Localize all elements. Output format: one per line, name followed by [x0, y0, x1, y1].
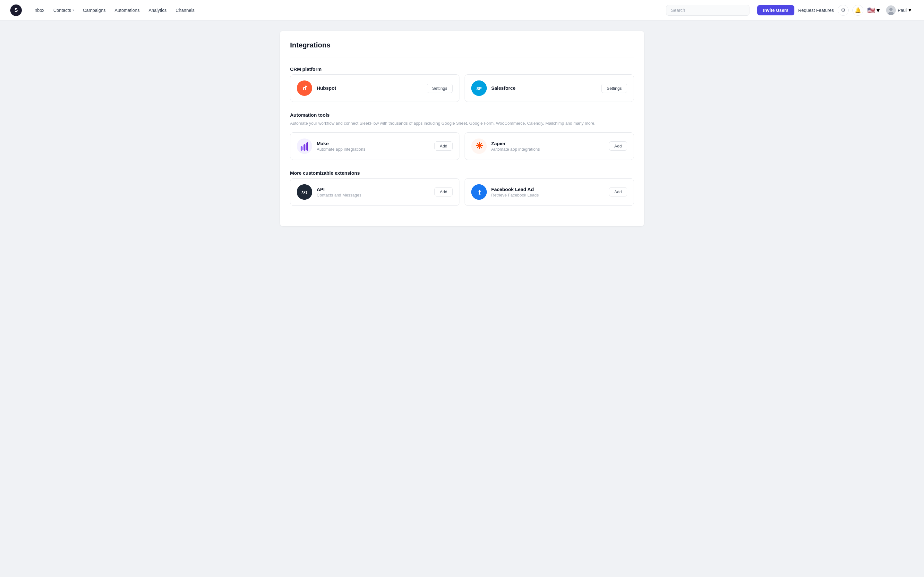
notifications-icon-button[interactable]: 🔔	[853, 5, 863, 16]
crm-integration-grid: Hubspot Settings SF	[290, 74, 634, 102]
avatar	[886, 5, 896, 15]
user-menu[interactable]: Paul ▾	[884, 4, 914, 16]
zapier-name: Zapier	[491, 141, 604, 146]
nav-links: Inbox Contacts ▾ Campaigns Automations A…	[29, 5, 658, 15]
zapier-logo: ✳	[471, 139, 487, 154]
api-add-button[interactable]: Add	[435, 187, 453, 197]
nav-analytics[interactable]: Analytics	[145, 5, 170, 15]
make-card: Make Automate app integrations Add	[290, 132, 459, 160]
api-action: Add	[435, 187, 453, 197]
chevron-down-icon: ▾	[909, 7, 911, 13]
settings-icon-button[interactable]: ⚙	[838, 5, 849, 16]
salesforce-icon: SF	[471, 81, 487, 96]
salesforce-action: Settings	[601, 84, 627, 93]
api-name: API	[317, 187, 430, 192]
nav-automations[interactable]: Automations	[111, 5, 144, 15]
salesforce-name: Salesforce	[491, 85, 597, 91]
hubspot-card: Hubspot Settings	[290, 74, 459, 102]
api-icon: API	[297, 184, 312, 200]
zapier-icon: ✳	[475, 142, 483, 151]
search-input[interactable]	[666, 5, 750, 16]
svg-text:f: f	[478, 188, 481, 196]
facebook-logo: f	[471, 184, 487, 200]
zapier-info: Zapier Automate app integrations	[491, 141, 604, 152]
navbar: S Inbox Contacts ▾ Campaigns Automations…	[0, 0, 924, 21]
make-name: Make	[317, 141, 430, 146]
api-card: API API Contacts and Messages Add	[290, 178, 459, 206]
hubspot-settings-button[interactable]: Settings	[427, 84, 453, 93]
salesforce-logo: SF	[471, 81, 487, 96]
facebook-icon: f	[471, 184, 487, 200]
make-logo	[297, 139, 312, 154]
page-title: Integrations	[290, 41, 634, 49]
make-info: Make Automate app integrations	[317, 141, 430, 152]
api-info: API Contacts and Messages	[317, 187, 430, 197]
make-add-button[interactable]: Add	[435, 141, 453, 151]
api-logo: API	[297, 184, 312, 200]
avatar-image	[886, 5, 896, 15]
extensions-section: More customizable extensions API API Con…	[290, 170, 634, 206]
hubspot-info: Hubspot	[317, 85, 422, 91]
hubspot-icon	[300, 84, 309, 93]
facebook-lead-info: Facebook Lead Ad Retrieve Facebook Leads	[491, 187, 604, 197]
facebook-lead-action: Add	[609, 187, 627, 197]
facebook-lead-add-button[interactable]: Add	[609, 187, 627, 197]
svg-text:API: API	[302, 191, 307, 194]
facebook-lead-card: f Facebook Lead Ad Retrieve Facebook Lea…	[465, 178, 634, 206]
page-content: Integrations CRM platform	[270, 21, 654, 237]
svg-rect-7	[303, 87, 306, 88]
zapier-card: ✳ Zapier Automate app integrations Add	[465, 132, 634, 160]
facebook-lead-name: Facebook Lead Ad	[491, 187, 604, 192]
flag-icon: 🇺🇸	[867, 6, 875, 14]
gear-icon: ⚙	[841, 7, 845, 13]
zapier-add-button[interactable]: Add	[609, 141, 627, 151]
bell-icon: 🔔	[855, 7, 861, 13]
api-desc: Contacts and Messages	[317, 193, 430, 197]
make-icon	[300, 142, 309, 151]
salesforce-info: Salesforce	[491, 85, 597, 91]
zapier-desc: Automate app integrations	[491, 147, 604, 152]
chevron-down-icon: ▾	[73, 8, 74, 12]
extensions-section-title: More customizable extensions	[290, 170, 634, 176]
automation-integration-grid: Make Automate app integrations Add ✳	[290, 132, 634, 160]
automation-section: Automation tools Automate your workflow …	[290, 112, 634, 160]
hubspot-name: Hubspot	[317, 85, 422, 91]
extensions-integration-grid: API API Contacts and Messages Add	[290, 178, 634, 206]
zapier-action: Add	[609, 141, 627, 151]
language-selector[interactable]: 🇺🇸 ▾	[867, 6, 880, 14]
nav-contacts[interactable]: Contacts ▾	[49, 5, 78, 15]
salesforce-settings-button[interactable]: Settings	[601, 84, 627, 93]
svg-point-1	[889, 8, 893, 11]
make-desc: Automate app integrations	[317, 147, 430, 152]
salesforce-card: SF Salesforce Settings	[465, 74, 634, 102]
hubspot-logo	[297, 81, 312, 96]
crm-section: CRM platform	[290, 66, 634, 102]
make-action: Add	[435, 141, 453, 151]
integrations-card: Integrations CRM platform	[280, 31, 644, 226]
app-logo[interactable]: S	[10, 5, 22, 16]
nav-inbox[interactable]: Inbox	[29, 5, 48, 15]
search-container	[666, 5, 750, 16]
nav-actions: Invite Users Request Features ⚙ 🔔 🇺🇸 ▾ P…	[757, 4, 914, 16]
facebook-lead-desc: Retrieve Facebook Leads	[491, 193, 604, 197]
chevron-down-icon: ▾	[877, 6, 880, 14]
invite-users-button[interactable]: Invite Users	[757, 5, 794, 15]
automation-section-title: Automation tools	[290, 112, 634, 118]
nav-campaigns[interactable]: Campaigns	[79, 5, 110, 15]
hubspot-action: Settings	[427, 84, 453, 93]
crm-section-title: CRM platform	[290, 66, 634, 72]
nav-channels[interactable]: Channels	[172, 5, 198, 15]
request-features-button[interactable]: Request Features	[798, 8, 834, 13]
automation-section-desc: Automate your workflow and connect Sleek…	[290, 120, 634, 127]
svg-text:SF: SF	[477, 86, 482, 91]
